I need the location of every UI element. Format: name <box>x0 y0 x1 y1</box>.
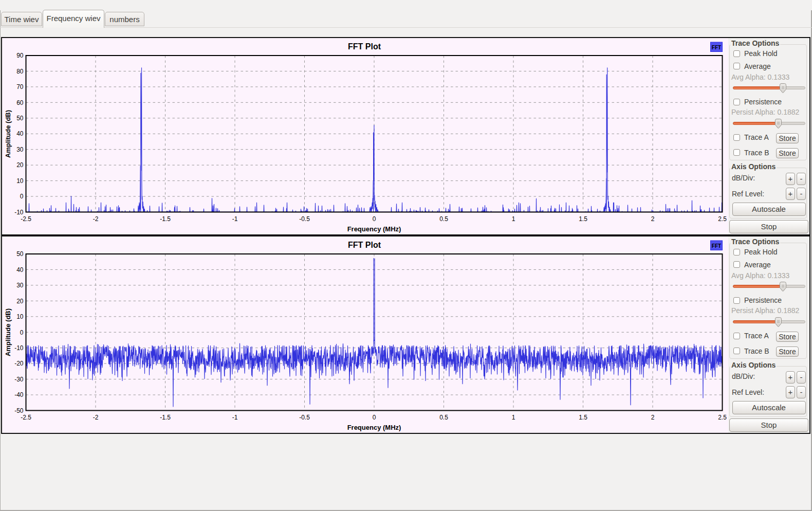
svg-text:0: 0 <box>20 193 24 200</box>
svg-text:-40: -40 <box>14 391 24 398</box>
svg-text:40: 40 <box>16 130 24 137</box>
svg-text:-0.5: -0.5 <box>299 215 310 223</box>
svg-text:10: 10 <box>16 177 24 185</box>
svg-text:-1.5: -1.5 <box>160 215 171 223</box>
svg-text:FFT: FFT <box>712 45 721 50</box>
svg-text:Frequency (MHz): Frequency (MHz) <box>347 225 401 233</box>
svg-text:2.5: 2.5 <box>718 414 727 421</box>
svg-text:2: 2 <box>651 215 655 223</box>
svg-text:0.5: 0.5 <box>439 215 448 223</box>
svg-text:2.5: 2.5 <box>718 215 727 223</box>
svg-text:1: 1 <box>512 215 515 223</box>
svg-text:-30: -30 <box>14 376 24 383</box>
svg-text:0.5: 0.5 <box>439 414 448 421</box>
svg-text:90: 90 <box>16 52 24 59</box>
svg-text:-2: -2 <box>93 215 99 223</box>
svg-text:FFT Plot: FFT Plot <box>348 42 381 51</box>
svg-text:1.5: 1.5 <box>579 414 587 421</box>
svg-text:1.5: 1.5 <box>579 215 587 223</box>
svg-text:80: 80 <box>16 68 24 75</box>
svg-text:0: 0 <box>20 329 24 336</box>
svg-text:Amplitude (dB): Amplitude (dB) <box>4 308 12 356</box>
svg-text:FFT: FFT <box>712 243 721 249</box>
svg-text:-1: -1 <box>232 414 238 421</box>
svg-text:1: 1 <box>512 414 515 421</box>
svg-text:FFT Plot: FFT Plot <box>348 241 381 249</box>
svg-text:10: 10 <box>16 313 24 320</box>
svg-text:40: 40 <box>16 266 24 273</box>
svg-text:2: 2 <box>651 414 655 421</box>
svg-text:-2: -2 <box>93 414 99 421</box>
svg-text:-20: -20 <box>14 360 24 367</box>
svg-text:-0.5: -0.5 <box>299 414 310 421</box>
svg-text:-2.5: -2.5 <box>21 414 31 421</box>
svg-text:-1.5: -1.5 <box>160 414 171 421</box>
svg-text:-1: -1 <box>232 215 238 223</box>
svg-text:Amplitude (dB): Amplitude (dB) <box>4 110 12 158</box>
svg-text:Frequency (MHz): Frequency (MHz) <box>347 424 401 431</box>
svg-text:70: 70 <box>16 83 24 90</box>
svg-text:20: 20 <box>16 161 24 169</box>
svg-text:0: 0 <box>373 215 376 223</box>
svg-text:30: 30 <box>16 282 24 289</box>
svg-text:60: 60 <box>16 99 24 106</box>
svg-text:50: 50 <box>16 250 24 258</box>
svg-text:30: 30 <box>16 146 24 153</box>
svg-text:50: 50 <box>16 115 24 122</box>
svg-text:20: 20 <box>16 298 24 305</box>
svg-text:0: 0 <box>373 414 376 421</box>
svg-text:-2.5: -2.5 <box>21 215 31 223</box>
svg-text:-10: -10 <box>14 344 24 352</box>
